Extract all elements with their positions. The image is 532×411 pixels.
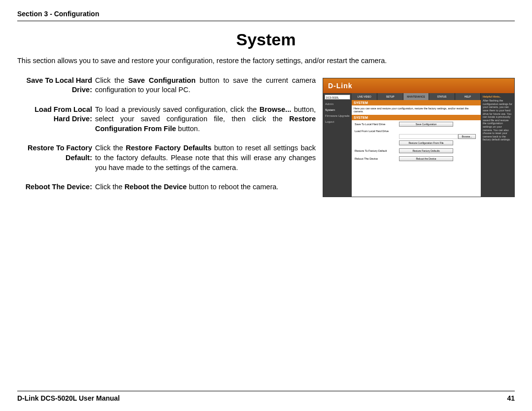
tab-help[interactable]: HELP <box>455 93 481 100</box>
def-label: Reboot The Device: <box>17 182 95 192</box>
content-row: Save To Local Hard Drive: Click the Save… <box>17 76 515 202</box>
def-save-local: Save To Local Hard Drive: Click the Save… <box>17 76 316 95</box>
t: Click the <box>95 183 125 191</box>
row-label: Save To Local Hard Drive <box>355 123 399 126</box>
row-label: Restore To Factory Default <box>355 149 399 152</box>
t: Click the <box>95 144 126 152</box>
hints-text: After flashing the configuration setting… <box>483 99 512 141</box>
def-reboot: Reboot The Device: Click the Reboot the … <box>17 182 316 192</box>
def-load-local: Load From Local Hard Drive: To load a pr… <box>17 105 316 134</box>
bold: Restore Factory Defaults <box>126 144 211 152</box>
section-header: Section 3 - Configuration <box>17 10 515 21</box>
shot-header: D-Link <box>323 78 514 93</box>
bold: Save Configuration <box>128 76 196 84</box>
intro-paragraph: This section allows you to save and rest… <box>17 56 515 66</box>
def-restore-factory: Restore To Factory Default: Click the Re… <box>17 143 316 172</box>
nav-firmware[interactable]: Firmware Upgrade <box>323 113 352 119</box>
page-footer: D-Link DCS-5020L User Manual 41 <box>17 391 515 402</box>
bold: Reboot the Device <box>125 183 187 191</box>
restore-from-file-button[interactable]: Restore Configuration From File <box>399 140 453 145</box>
restore-factory-button[interactable]: Restore Factory Defaults <box>399 148 453 153</box>
def-body: Click the Save Configuration button to s… <box>95 76 316 95</box>
shot-hints: Helpful Hints.. After flashing the confi… <box>481 93 514 197</box>
system-heading: SYSTEM <box>352 100 481 105</box>
model-label: DCS-5020L <box>325 95 350 100</box>
footer-left: D-Link DCS-5020L User Manual <box>17 394 120 402</box>
row-reboot: Reboot The Device Reboot the Device <box>352 155 481 163</box>
row-restore-file: Restore Configuration From File <box>352 140 481 147</box>
reboot-button[interactable]: Reboot the Device <box>399 156 453 161</box>
tab-live[interactable]: LIVE VIDEO <box>352 93 377 100</box>
footer-page-number: 41 <box>507 394 515 402</box>
tabs: LIVE VIDEO SETUP MAINTENANCE STATUS HELP <box>352 93 481 100</box>
system-heading-2: SYSTEM <box>352 115 481 120</box>
shot-left-nav: DCS-5020L Admin System Firmware Upgrade … <box>323 93 352 197</box>
brand-logo: D-Link <box>328 82 353 90</box>
tab-setup[interactable]: SETUP <box>377 93 403 100</box>
nav-admin[interactable]: Admin <box>323 101 352 107</box>
tab-maintenance[interactable]: MAINTENANCE <box>403 93 429 100</box>
row-load: Load From Local Hard Drive <box>352 128 481 134</box>
row-label: Load From Local Hard Drive <box>355 130 399 133</box>
page-title: System <box>17 30 515 49</box>
def-body: To load a previously saved configuration… <box>95 105 316 134</box>
browse-button[interactable]: Browse... <box>458 134 476 139</box>
nav-logout[interactable]: Logout <box>323 119 352 125</box>
t: button to reboot the camera. <box>187 183 278 191</box>
row-save: Save To Local Hard Drive Save Configurat… <box>352 120 481 128</box>
def-label: Load From Local Hard Drive: <box>17 105 95 134</box>
t: To load a previously saved configuration… <box>95 105 260 113</box>
row-load-ctl: Browse... <box>352 134 481 140</box>
t: button. <box>176 125 200 133</box>
shot-main: LIVE VIDEO SETUP MAINTENANCE STATUS HELP… <box>352 93 481 197</box>
def-label: Save To Local Hard Drive: <box>17 76 95 95</box>
t: Click the <box>95 76 128 84</box>
system-intro: Here you can save and restore your confi… <box>352 105 481 115</box>
save-config-button[interactable]: Save Configuration <box>399 122 453 127</box>
def-body: Click the Reboot the Device button to re… <box>95 182 316 192</box>
hints-heading: Helpful Hints.. <box>483 95 512 99</box>
definition-list: Save To Local Hard Drive: Click the Save… <box>17 76 316 202</box>
screenshot-wrapper: D-Link DCS-5020L Admin System Firmware U… <box>323 76 515 202</box>
router-ui-screenshot: D-Link DCS-5020L Admin System Firmware U… <box>323 78 515 197</box>
row-factory: Restore To Factory Default Restore Facto… <box>352 147 481 155</box>
nav-system[interactable]: System <box>323 107 352 113</box>
def-label: Restore To Factory Default: <box>17 143 95 172</box>
file-path-input[interactable] <box>399 134 458 139</box>
row-label: Reboot The Device <box>355 157 399 160</box>
tab-status[interactable]: STATUS <box>429 93 455 100</box>
bold: Browse... <box>260 105 291 113</box>
def-body: Click the Restore Factory Defaults butto… <box>95 143 316 172</box>
shot-body: DCS-5020L Admin System Firmware Upgrade … <box>323 93 514 197</box>
